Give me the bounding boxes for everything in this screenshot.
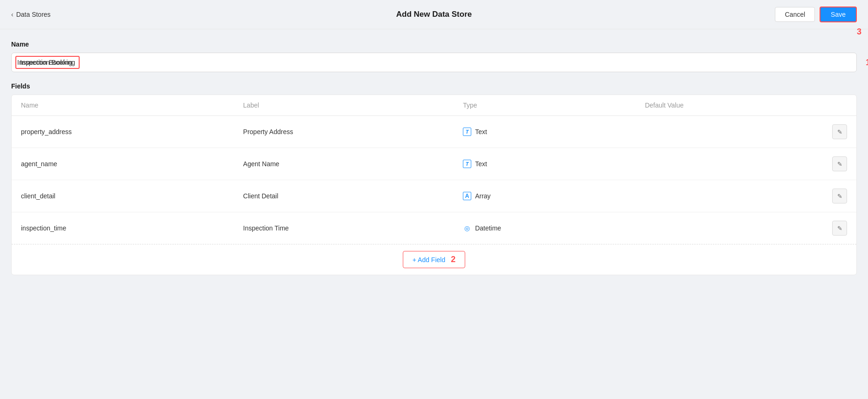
text-type-icon: T	[463, 128, 471, 136]
datetime-type-icon: ◎	[463, 224, 471, 232]
type-label: Array	[475, 192, 490, 200]
field-actions: ✎	[819, 212, 856, 244]
edit-field-button[interactable]: ✎	[832, 221, 847, 236]
fields-table-container: Name Label Type Default Value property_a…	[11, 95, 857, 275]
col-header-label: Label	[234, 95, 454, 116]
add-field-button[interactable]: + Add Field 2	[403, 251, 465, 268]
field-label: Agent Name	[234, 148, 454, 180]
main-content: Name Inspection Booking 1 Fields Name La…	[0, 29, 868, 286]
field-default-value	[636, 180, 819, 212]
field-default-value	[636, 212, 819, 244]
field-name: inspection_time	[12, 212, 234, 244]
header-actions: Cancel Save	[775, 7, 857, 22]
edit-field-button[interactable]: ✎	[832, 189, 847, 203]
field-type: ◎Datetime	[454, 212, 636, 244]
col-header-type: Type	[454, 95, 636, 116]
page-header: ‹ Data Stores Add New Data Store Cancel …	[0, 0, 868, 29]
add-field-row: + Add Field 2	[12, 244, 856, 275]
col-header-default: Default Value	[636, 95, 819, 116]
field-actions: ✎	[819, 116, 856, 148]
type-label: Datetime	[475, 224, 501, 232]
cancel-button[interactable]: Cancel	[775, 7, 815, 22]
field-actions: ✎	[819, 148, 856, 180]
annotation-2: 2	[451, 255, 455, 264]
field-label: Property Address	[234, 116, 454, 148]
field-default-value	[636, 116, 819, 148]
add-field-label: + Add Field	[413, 256, 445, 264]
type-label: Text	[475, 160, 487, 168]
text-type-icon: T	[463, 160, 471, 168]
name-input[interactable]	[17, 55, 851, 70]
field-label: Client Detail	[234, 180, 454, 212]
array-type-icon: A	[463, 192, 471, 200]
table-row: agent_nameAgent NameTText✎	[12, 148, 856, 180]
name-section-label: Name	[11, 41, 857, 48]
fields-table: Name Label Type Default Value property_a…	[12, 95, 856, 244]
field-type: AArray	[454, 180, 636, 212]
back-label: Data Stores	[16, 11, 51, 18]
field-name: client_detail	[12, 180, 234, 212]
field-type: TText	[454, 116, 636, 148]
type-label: Text	[475, 128, 487, 135]
table-row: client_detailClient DetailAArray✎	[12, 180, 856, 212]
name-input-wrapper: Inspection Booking 1	[11, 53, 857, 72]
back-link[interactable]: ‹ Data Stores	[11, 11, 51, 18]
edit-field-button[interactable]: ✎	[832, 156, 847, 171]
chevron-left-icon: ‹	[11, 11, 14, 18]
field-label: Inspection Time	[234, 212, 454, 244]
field-default-value	[636, 148, 819, 180]
field-name: property_address	[12, 116, 234, 148]
save-button[interactable]: Save	[820, 7, 857, 22]
table-header-row: Name Label Type Default Value	[12, 95, 856, 116]
edit-field-button[interactable]: ✎	[832, 124, 847, 139]
field-type: TText	[454, 148, 636, 180]
annotation-3: 3	[857, 27, 861, 37]
field-actions: ✎	[819, 180, 856, 212]
annotation-1: 1	[866, 58, 868, 68]
table-row: property_addressProperty AddressTText✎	[12, 116, 856, 148]
page-title: Add New Data Store	[396, 10, 472, 19]
table-row: inspection_timeInspection Time◎Datetime✎	[12, 212, 856, 244]
col-header-name: Name	[12, 95, 234, 116]
field-name: agent_name	[12, 148, 234, 180]
fields-section-label: Fields	[11, 82, 857, 90]
col-header-actions	[819, 95, 856, 116]
